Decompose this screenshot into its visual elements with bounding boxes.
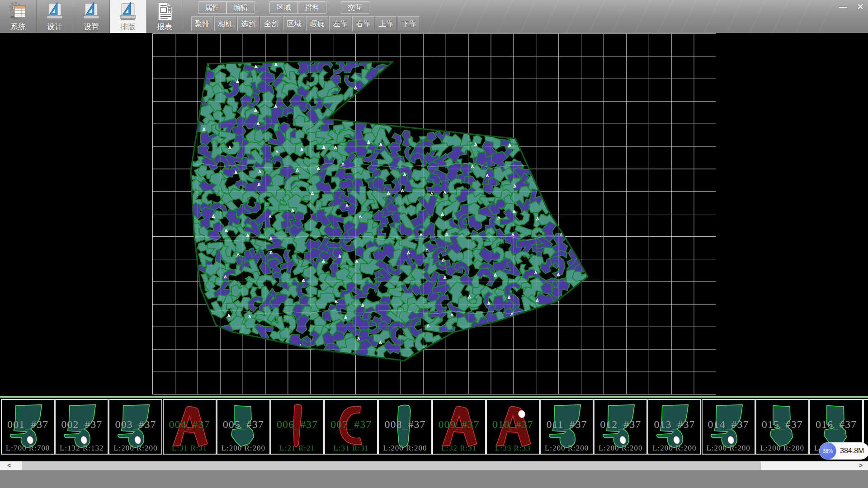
piece-id-label: 005_#37 xyxy=(217,418,269,431)
piece-thumbnail-015_#37[interactable]: 015_#37L:200 R:200 xyxy=(755,399,809,455)
piece-lr-count: L:200 R:200 xyxy=(109,444,161,453)
main-tab-label: 设计 xyxy=(37,22,73,32)
piece-lr-count: L:32 R:31 xyxy=(433,444,485,453)
piece-thumbnail-009_#37[interactable]: 009_#37L:32 R:31 xyxy=(432,399,486,455)
settings-ruler-icon xyxy=(81,1,102,22)
piece-lr-count: L:200 R:200 xyxy=(379,444,431,453)
nesting-view-canvas[interactable] xyxy=(152,33,716,395)
piece-id-label: 009_#37 xyxy=(433,418,485,431)
piece-thumbnail-004_#37[interactable]: 004_#37L:31 R:31 xyxy=(163,399,217,455)
piece-id-label: 004_#37 xyxy=(164,418,216,431)
tool-button-8[interactable]: 上靠 xyxy=(375,16,397,31)
tool-button-4[interactable]: 区域 xyxy=(283,16,305,31)
piece-lr-count: L:700 R:700 xyxy=(2,444,54,453)
tool-button-9[interactable]: 下靠 xyxy=(398,16,420,31)
piece-lr-count: L:132 R:132 xyxy=(56,444,108,453)
piece-lr-count: L:21 R:21 xyxy=(271,444,323,453)
window-controls: — ✕ xyxy=(835,1,867,14)
piece-thumbnail-006_#37[interactable]: 006_#37L:21 R:21 xyxy=(270,399,324,455)
app-window: 系统设计设置排版报表 属性编辑区域排料交互 聚排相机选割全割区域瑕疵左靠右靠上靠… xyxy=(0,0,868,488)
scroll-left-arrow[interactable]: < xyxy=(4,461,14,470)
close-button[interactable]: ✕ xyxy=(854,1,867,13)
piece-id-label: 016_#37 xyxy=(810,418,862,431)
piece-id-label: 011_#37 xyxy=(541,418,593,431)
piece-id-label: 002_#37 xyxy=(56,418,108,431)
menu-top-4[interactable]: 交互 xyxy=(341,1,369,14)
piece-thumbnail-001_#37[interactable]: 001_#37L:700 R:700 xyxy=(1,399,55,455)
piece-thumbnail-014_#37[interactable]: 014_#37L:200 R:200 xyxy=(702,399,755,455)
main-tab-label: 排版 xyxy=(110,22,146,32)
piece-id-label: 010_#37 xyxy=(487,418,539,431)
piece-lr-count: L:200 R:200 xyxy=(217,444,269,453)
tool-button-5[interactable]: 瑕疵 xyxy=(306,16,328,31)
main-tab-1[interactable]: 设计 xyxy=(37,0,73,33)
piece-thumbnail-010_#37[interactable]: 010_#37L:33 R:33 xyxy=(486,399,540,455)
main-tab-label: 报表 xyxy=(146,22,183,32)
memory-value: 384.8M xyxy=(840,447,864,455)
piece-thumbnail-011_#37[interactable]: 011_#37L:200 R:200 xyxy=(540,399,594,455)
piece-lr-count: L:200 R:200 xyxy=(648,444,700,453)
progress-indicator: 38% xyxy=(819,442,836,460)
scroll-right-arrow[interactable]: > xyxy=(855,461,866,470)
design-ruler-icon xyxy=(44,1,65,22)
horizontal-scrollbar[interactable]: < > xyxy=(0,461,868,470)
toolbar-texture xyxy=(420,0,836,33)
piece-lr-count: L:200 R:200 xyxy=(594,444,646,453)
piece-id-label: 008_#37 xyxy=(379,418,431,431)
tool-button-1[interactable]: 相机 xyxy=(214,16,236,31)
piece-thumbnail-008_#37[interactable]: 008_#37L:200 R:200 xyxy=(378,399,432,455)
piece-thumbnail-013_#37[interactable]: 013_#37L:200 R:200 xyxy=(647,399,701,455)
system-gear-icon xyxy=(8,1,28,22)
piece-id-label: 017_#37 xyxy=(864,418,868,431)
piece-thumbnail-005_#37[interactable]: 005_#37L:200 R:200 xyxy=(217,399,270,455)
main-tab-label: 系统 xyxy=(0,22,36,32)
tool-button-6[interactable]: 左靠 xyxy=(329,16,351,31)
piece-thumbnail-strip: 001_#37L:700 R:700002_#37L:132 R:132003_… xyxy=(0,399,868,455)
piece-lr-count: L:200 R:200 xyxy=(703,444,755,453)
piece-id-label: 007_#37 xyxy=(325,418,377,431)
piece-thumbnail-002_#37[interactable]: 002_#37L:132 R:132 xyxy=(55,399,108,455)
main-tab-3-active[interactable]: 排版 xyxy=(110,0,146,33)
report-doc-icon xyxy=(154,1,175,22)
menu-top-2[interactable]: 区域 xyxy=(269,1,298,14)
piece-lr-count: L:200 R:200 xyxy=(756,444,808,453)
piece-thumbnail-003_#37[interactable]: 003_#37L:200 R:200 xyxy=(108,399,162,455)
tool-button-7[interactable]: 右靠 xyxy=(352,16,374,31)
main-tab-4[interactable]: 报表 xyxy=(146,0,183,33)
tool-button-0[interactable]: 聚排 xyxy=(191,16,213,31)
piece-id-label: 015_#37 xyxy=(756,418,808,431)
piece-lr-count: L:33 R:33 xyxy=(487,444,539,453)
toolbar: 系统设计设置排版报表 属性编辑区域排料交互 聚排相机选割全割区域瑕疵左靠右靠上靠… xyxy=(0,0,868,33)
piece-lr-count: L:31 R:31 xyxy=(164,444,216,453)
memory-badge: 38% 384.8M xyxy=(819,442,868,460)
piece-lr-count: L:200 R:200 xyxy=(541,444,593,453)
piece-lr-count: L:31 R:31 xyxy=(325,444,377,453)
main-tab-label: 设置 xyxy=(73,22,109,32)
tool-button-2[interactable]: 选割 xyxy=(237,16,259,31)
minimize-button[interactable]: — xyxy=(836,1,850,13)
piece-id-label: 013_#37 xyxy=(648,418,700,431)
piece-id-label: 006_#37 xyxy=(271,418,323,431)
piece-thumbnail-007_#37[interactable]: 007_#37L:31 R:31 xyxy=(324,399,378,455)
piece-id-label: 014_#37 xyxy=(703,418,755,431)
piece-thumbnail-012_#37[interactable]: 012_#37L:200 R:200 xyxy=(594,399,647,455)
menu-top-3[interactable]: 排料 xyxy=(298,1,326,14)
menu-top-1[interactable]: 编辑 xyxy=(226,1,255,14)
main-tab-2[interactable]: 设置 xyxy=(73,0,110,33)
scrollbar-thumb[interactable] xyxy=(22,461,761,470)
piece-id-label: 003_#37 xyxy=(109,418,161,431)
tool-button-3[interactable]: 全割 xyxy=(260,16,282,31)
status-bar xyxy=(0,470,868,488)
nesting-ruler-icon xyxy=(118,1,138,22)
main-tab-0[interactable]: 系统 xyxy=(0,0,37,33)
piece-id-label: 012_#37 xyxy=(594,418,646,431)
piece-id-label: 001_#37 xyxy=(2,418,54,431)
menu-top-0[interactable]: 属性 xyxy=(198,1,226,14)
strip-divider xyxy=(0,396,868,398)
